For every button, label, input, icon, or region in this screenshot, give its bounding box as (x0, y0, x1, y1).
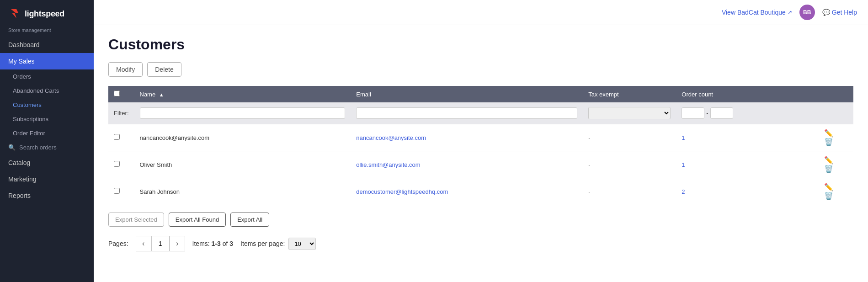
abandoned-carts-label: Abandoned Carts (13, 87, 59, 94)
view-store-link[interactable]: View BadCat Boutique ↗ (722, 9, 792, 16)
row2-checkbox[interactable] (114, 161, 120, 167)
my-sales-label: My Sales (8, 58, 35, 65)
items-label: Items: (192, 240, 210, 247)
next-page-button[interactable]: › (170, 236, 185, 251)
row3-check-cell (108, 178, 134, 205)
per-page-label: Items per page: (240, 240, 285, 247)
sidebar-item-orders[interactable]: Orders (0, 69, 94, 84)
row2-actions-cell: ✏️ 🗑️ (817, 151, 853, 178)
sidebar-item-order-editor[interactable]: Order Editor (0, 126, 94, 140)
row2-order-count-cell: 1 (676, 151, 817, 178)
pages-label: Pages: (108, 240, 128, 247)
select-all-checkbox[interactable] (114, 90, 120, 96)
svg-marker-0 (11, 9, 18, 18)
lightspeed-logo-icon (8, 7, 21, 20)
row2-check-cell (108, 151, 134, 178)
export-buttons: Export Selected Export All Found Export … (108, 213, 853, 227)
sidebar-item-marketing[interactable]: Marketing (0, 171, 94, 187)
row2-email-cell: ollie.smith@anysite.com (351, 151, 583, 178)
store-management-label: Store management (0, 26, 94, 37)
delete-button[interactable]: Delete (147, 62, 181, 77)
subscriptions-label: Subscriptions (13, 116, 48, 122)
row1-checkbox[interactable] (114, 134, 120, 140)
table-row: Sarah Johnson democustomer@lightspeedhq.… (108, 178, 853, 205)
row3-delete-icon[interactable]: 🗑️ (824, 192, 833, 200)
sidebar-item-catalog[interactable]: Catalog (0, 154, 94, 171)
sidebar-item-dashboard[interactable]: Dashboard (0, 37, 94, 53)
sidebar-item-my-sales[interactable]: My Sales (0, 53, 94, 69)
page-number-input[interactable] (151, 236, 170, 251)
row3-order-count-link[interactable]: 2 (682, 188, 685, 195)
search-orders-label: Search orders (19, 144, 57, 151)
name-column-header[interactable]: Name ▲ (134, 86, 351, 102)
row2-edit-icon[interactable]: ✏️ (824, 156, 833, 164)
export-selected-button[interactable]: Export Selected (108, 213, 164, 227)
row3-edit-icon[interactable]: ✏️ (824, 183, 833, 191)
items-of: of (223, 240, 228, 247)
row2-email-link[interactable]: ollie.smith@anysite.com (356, 161, 420, 168)
row1-delete-icon[interactable]: 🗑️ (824, 138, 833, 146)
row3-checkbox[interactable] (114, 188, 120, 194)
page-content: Customers Modify Delete Name ▲ Email (94, 25, 868, 282)
order-editor-label: Order Editor (13, 130, 45, 137)
sidebar-item-subscriptions[interactable]: Subscriptions (0, 112, 94, 126)
customers-label: Customers (13, 101, 42, 108)
filter-tax-exempt-cell: Yes No (583, 102, 676, 124)
prev-page-button[interactable]: ‹ (136, 236, 151, 251)
email-column-header: Email (351, 86, 583, 102)
avatar-initials: BB (803, 9, 811, 16)
orders-label: Orders (13, 73, 31, 80)
external-link-icon: ↗ (788, 9, 792, 16)
sidebar-item-reports[interactable]: Reports (0, 187, 94, 204)
filter-name-cell (134, 102, 351, 124)
page-title: Customers (108, 36, 853, 53)
row2-delete-icon[interactable]: 🗑️ (824, 165, 833, 173)
row3-actions-cell: ✏️ 🗑️ (817, 178, 853, 205)
main-content: View BadCat Boutique ↗ BB 💬 Get Help Cus… (94, 0, 868, 282)
select-all-header[interactable] (108, 86, 134, 102)
filter-actions-cell (817, 102, 853, 124)
items-range: 1-3 (212, 240, 221, 247)
row3-tax-exempt-cell: - (583, 178, 676, 205)
row3-email-link[interactable]: democustomer@lightspeedhq.com (356, 188, 448, 195)
sort-arrow-icon: ▲ (159, 92, 164, 97)
range-separator: - (706, 110, 708, 117)
logo-text: lightspeed (25, 9, 64, 19)
filter-email-input[interactable] (356, 107, 577, 119)
page-controls: ‹ › (136, 236, 185, 251)
modify-button[interactable]: Modify (108, 62, 143, 77)
filter-name-input[interactable] (140, 107, 346, 119)
row1-email-link[interactable]: nancancook@anysite.com (356, 134, 426, 141)
user-avatar[interactable]: BB (799, 5, 815, 20)
chat-icon: 💬 (822, 9, 830, 16)
row1-order-count-link[interactable]: 1 (682, 134, 685, 141)
filter-tax-exempt-select[interactable]: Yes No (588, 107, 671, 119)
filter-order-count-max[interactable] (710, 107, 733, 119)
items-per-page: Items per page: 10 25 50 100 (240, 238, 316, 250)
sidebar: lightspeed Store management Dashboard My… (0, 0, 94, 282)
action-buttons: Modify Delete (108, 62, 853, 77)
sidebar-item-abandoned-carts[interactable]: Abandoned Carts (0, 84, 94, 98)
search-orders-item[interactable]: 🔍 Search orders (0, 140, 94, 154)
logo[interactable]: lightspeed (0, 0, 94, 26)
row3-name-cell: Sarah Johnson (134, 178, 351, 205)
tax-exempt-column-header: Tax exempt (583, 86, 676, 102)
row1-edit-icon[interactable]: ✏️ (824, 129, 833, 137)
filter-order-count-min[interactable] (682, 107, 704, 119)
filter-email-cell (351, 102, 583, 124)
row3-email-cell: democustomer@lightspeedhq.com (351, 178, 583, 205)
export-all-button[interactable]: Export All (230, 213, 269, 227)
sidebar-item-customers[interactable]: Customers (0, 98, 94, 112)
get-help-button[interactable]: 💬 Get Help (822, 9, 857, 16)
dashboard-label: Dashboard (8, 41, 40, 48)
pagination: Pages: ‹ › Items: 1-3 of 3 Items per pag… (108, 236, 853, 251)
view-store-label: View BadCat Boutique (722, 9, 786, 16)
export-all-found-button[interactable]: Export All Found (169, 213, 226, 227)
order-count-column-header: Order count (676, 86, 817, 102)
per-page-select[interactable]: 10 25 50 100 (288, 238, 316, 250)
filter-label: Filter: (114, 110, 129, 117)
row2-name-cell: Oliver Smith (134, 151, 351, 178)
filter-check-cell: Filter: (108, 102, 134, 124)
row2-order-count-link[interactable]: 1 (682, 161, 685, 168)
topbar: View BadCat Boutique ↗ BB 💬 Get Help (94, 0, 868, 25)
